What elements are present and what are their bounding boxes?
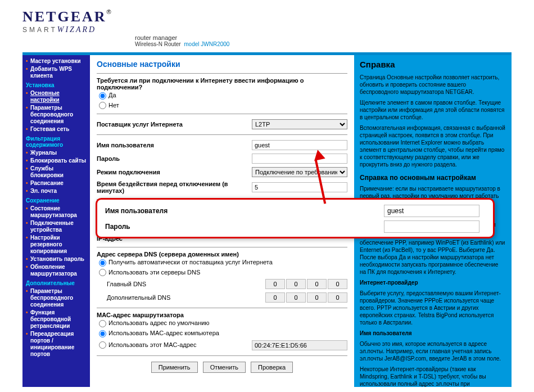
radio-yes[interactable] [99,92,106,100]
help-text: Выберите услугу, предоставляемую вашим И… [360,290,506,326]
device-label: Wireless-N Router [135,41,181,47]
wizard-label: WIZARD [57,25,96,34]
mac-title: MAC-адрес маршрутизатора [97,312,347,318]
sidebar-item[interactable]: Службы блокировки [26,165,87,179]
dns-s2[interactable] [286,292,306,303]
header: NETGEAR® SMARTWIZARD router manager Wire… [0,0,534,50]
radio-mac-pc[interactable] [99,330,106,337]
help-text: Страница Основные настройки позволяет на… [360,74,506,96]
callout-box: Имя пользователя Пароль [96,198,495,238]
dns-s4[interactable] [328,292,347,303]
help-text: Щелкните элемент в самом правом столбце.… [360,99,506,121]
dns-primary-label: Главный DNS [97,281,265,287]
mac-input[interactable] [252,340,347,350]
dns-title: Адрес сервера DNS (сервера доменных имен… [97,251,347,258]
help-text: Некоторые Интернет-провайдеры (такие как… [360,366,506,387]
page-title: Основные настройки [97,60,347,69]
sidebar-item[interactable]: Эл. почта [26,187,87,195]
yes-label: Да [108,92,116,98]
sidebar-item[interactable]: Мастер установки [26,57,87,65]
sidebar-item[interactable]: Параметры беспроводного соединения [26,287,87,309]
dns-p1[interactable] [265,279,285,289]
sidebar-group: Сохранение [26,197,87,204]
sidebar-group: Дополнительные [26,280,87,286]
help-subtitle: Справка по основным настройкам [360,174,506,182]
dns-p2[interactable] [286,279,306,289]
dns-s3[interactable] [307,292,327,303]
sidebar-item[interactable]: Расписание [26,179,87,187]
mac-pc-label: Использовать MAC-адрес компьютера [108,330,219,336]
test-button[interactable]: Проверка [251,362,293,373]
help-title: Справка [360,60,506,69]
sidebar-item[interactable]: Блокировать сайты [26,157,87,165]
connmode-label: Режим подключения [97,169,252,175]
sidebar-group: Фильтрация содержимого [26,136,87,148]
isp-select[interactable]: L2TP [252,119,347,129]
sidebar-item[interactable]: Установить пароль [26,255,87,263]
sidebar-item[interactable]: Настройки резервного копирования [26,234,87,255]
sidebar-item[interactable]: Состояние маршрутизатора [26,205,87,219]
brand-logo: NETGEAR [22,8,107,25]
help-text: Обычно это имя, которое используется в а… [360,340,506,362]
callout-pass-label: Пароль [105,223,384,231]
dns-secondary-label: Дополнительный DNS [97,294,265,301]
callout-user-label: Имя пользователя [105,207,384,215]
dns-manual-label: Использовать эти серверы DNS [108,269,200,276]
model-prefix: model [184,41,199,47]
callout-user-input[interactable] [384,205,479,217]
sidebar-item[interactable]: Журналы [26,149,87,157]
apply-button[interactable]: Применить [151,362,198,373]
callout-pass-input[interactable] [384,220,479,233]
radio-dns-auto[interactable] [99,259,106,267]
password-label: Пароль [97,155,252,162]
mac-this-label: Использовать этот MAC-адрес [108,341,196,348]
dns-s1[interactable] [265,292,285,303]
connmode-select[interactable]: Подключение по требованию [252,167,347,177]
model-label: JWNR2000 [201,41,229,47]
sidebar-item[interactable]: Параметры беспроводного соединения [26,104,87,125]
idle-input[interactable] [252,182,347,192]
sidebar-item[interactable]: Переадресация портов / инициирование пор… [26,330,87,358]
sidebar-item[interactable]: Функция беспроводной ретрансляции [26,309,87,330]
username-label: Имя пользователя [97,142,252,148]
help-text: Вспомогательная информация, связанная с … [360,124,506,168]
username-input[interactable] [252,140,347,150]
sidebar-item[interactable]: Гостевая сеть [26,125,87,133]
dns-auto-label: Получить автоматически от поставщика усл… [108,259,273,265]
dns-p3[interactable] [307,279,327,289]
help-isp-heading: Интернет-провайдер [360,280,418,286]
sidebar: Мастер установки Добавить WPS клиента Ус… [22,55,90,387]
dns-p4[interactable] [328,279,347,289]
sidebar-item-basic[interactable]: Основные настройки [26,89,87,104]
no-label: Нет [108,102,119,109]
mac-default-label: Использовать адрес по умолчанию [108,319,210,326]
radio-mac-this[interactable] [99,341,106,349]
idle-label: Время бездействия перед отключением (в м… [97,181,252,194]
isp-label: Поставщик услуг Интернета [97,121,252,128]
radio-no[interactable] [99,102,106,109]
cancel-button[interactable]: Отменить [203,362,246,373]
sidebar-item[interactable]: Добавить WPS клиента [26,65,87,80]
radio-mac-default[interactable] [99,320,106,327]
sidebar-item[interactable]: Подключенные устройства [26,219,87,234]
smart-label: SMART [22,26,57,34]
help-user-heading: Имя пользователя [360,330,412,336]
sidebar-item[interactable]: Обновление маршрутизатора [26,263,87,278]
sidebar-group: Установка [26,82,87,88]
password-input[interactable] [252,154,347,164]
router-manager-label: router manager [135,34,534,41]
login-question: Требуется ли при подключении к Интернету… [97,77,347,91]
radio-dns-manual[interactable] [99,269,106,276]
